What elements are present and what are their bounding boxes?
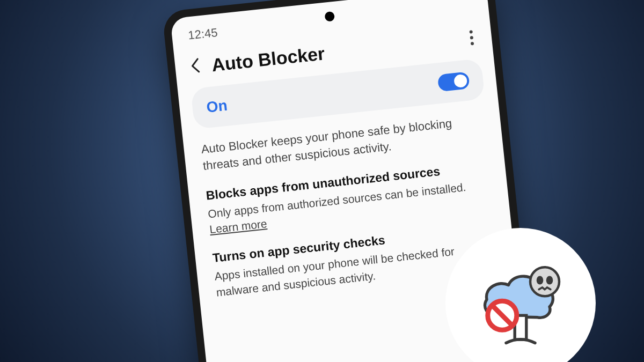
toggle-switch[interactable] [437,71,470,92]
toggle-knob [453,74,467,88]
more-options-icon[interactable] [466,27,478,49]
status-time: 12:45 [187,26,218,42]
toggle-state-label: On [206,97,228,116]
back-icon[interactable] [189,57,203,77]
auto-blocker-icon [472,254,569,352]
learn-more-link[interactable]: Learn more [209,217,267,235]
svg-point-3 [546,276,553,284]
svg-point-1 [530,267,559,296]
svg-point-2 [537,276,544,284]
